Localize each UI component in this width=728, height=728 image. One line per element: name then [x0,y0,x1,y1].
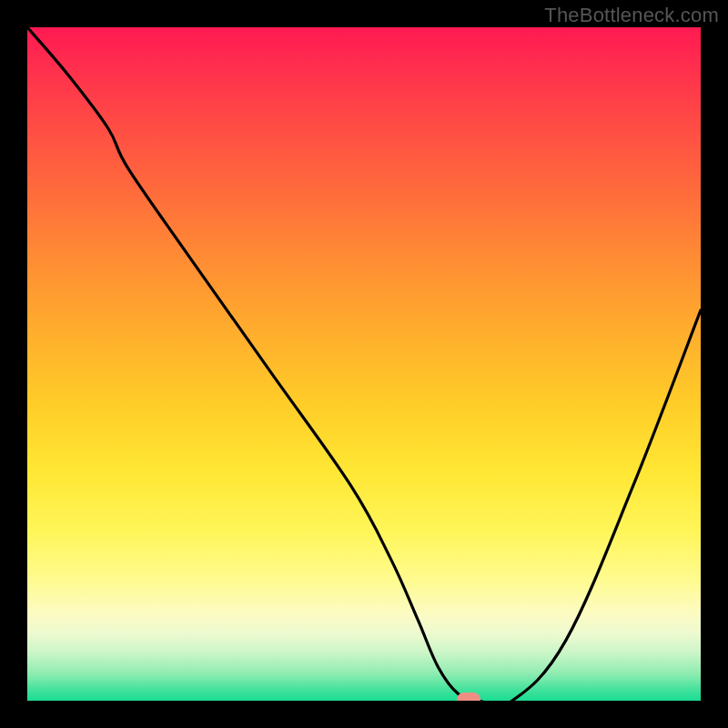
plot-area [27,27,701,701]
bottleneck-curve [27,27,701,701]
plot-outer [27,27,701,701]
watermark-text: TheBottleneck.com [544,4,719,27]
chart-frame: TheBottleneck.com [0,0,728,728]
optimal-marker [457,693,480,701]
